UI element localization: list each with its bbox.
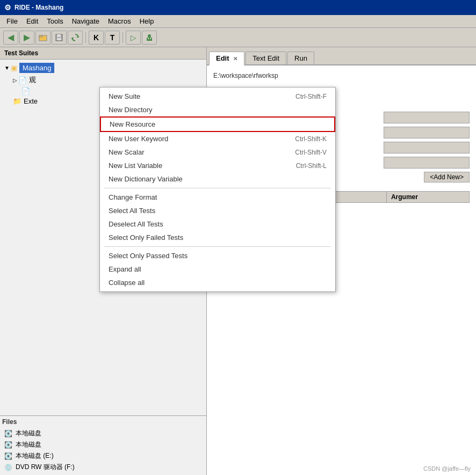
ctx-item-select-only-passed-tests[interactable]: Select Only Passed Tests [100, 249, 335, 262]
app-icon: ⚙ [4, 3, 11, 12]
svg-point-7 [148, 34, 151, 38]
file-item-2[interactable]: 💽 本地磁盘 (E:) [2, 450, 204, 462]
ctx-item-shortcut: Ctrl-Shift-V [295, 149, 327, 156]
svg-point-9 [148, 38, 149, 39]
grid-row-1 [384, 127, 470, 138]
ctx-item-change-format[interactable]: Change Format [100, 191, 335, 204]
tree-label-exte: Exte [24, 97, 38, 105]
file-item-1[interactable]: 💽 本地磁盘 [2, 439, 204, 450]
tree-item-root[interactable]: ▼ ▣ Mashang [2, 62, 204, 74]
add-new-btn[interactable]: <Add New> [424, 172, 470, 182]
menu-tools[interactable]: Tools [42, 16, 67, 26]
ctx-item-label: Collapse all [109, 279, 145, 287]
svg-rect-8 [147, 38, 152, 41]
file-label-2: 本地磁盘 (E:) [16, 451, 54, 461]
ctx-item-label: Expand all [109, 265, 141, 273]
doc-icon-2: 📄 [21, 87, 30, 95]
ctx-item-new-suite[interactable]: New SuiteCtrl-Shift-F [100, 90, 335, 103]
tab-text-edit[interactable]: Text Edit [246, 52, 286, 64]
ctx-item-new-resource[interactable]: New Resource [100, 116, 335, 132]
ctx-separator-11 [104, 246, 331, 247]
tab-edit-close[interactable]: ✕ [233, 56, 237, 62]
add-new-row: <Add New> [424, 172, 470, 182]
tab-text-edit-label: Text Edit [253, 54, 279, 62]
toolbar: ◀ ▶ K T ▷ [0, 28, 476, 47]
grid-input-0[interactable] [384, 112, 470, 123]
ctx-item-label: New User Keyword [109, 135, 168, 143]
drive-icon-0: 💽 [4, 430, 12, 437]
test-suites-header: Test Suites [0, 47, 206, 60]
robot-btn[interactable] [142, 31, 157, 45]
toolbar-sep-2 [122, 32, 123, 43]
ctx-item-collapse-all[interactable]: Collapse all [100, 276, 335, 289]
ctx-item-label: New List Variable [109, 162, 162, 170]
toolbar-sep-1 [85, 32, 86, 43]
menu-macros[interactable]: Macros [104, 16, 135, 26]
ctx-item-new-list-variable[interactable]: New List VariableCtrl-Shift-L [100, 159, 335, 172]
menu-navigate[interactable]: Navigate [68, 16, 104, 26]
ctx-item-new-scalar[interactable]: New ScalarCtrl-Shift-V [100, 145, 335, 159]
ctx-item-label: Select All Tests [109, 207, 155, 215]
grid-input-3[interactable] [384, 157, 470, 169]
ctx-separator-7 [104, 188, 331, 188]
ctx-item-label: New Dictionary Variable [109, 175, 183, 183]
grid-input-2[interactable] [384, 142, 470, 154]
ctx-item-deselect-all-tests[interactable]: Deselect All Tests [100, 217, 335, 231]
file-item-0[interactable]: 💽 本地磁盘 [2, 428, 204, 439]
expand-icon-1a: ▷ [13, 77, 17, 83]
ctx-item-expand-all[interactable]: Expand all [100, 262, 335, 276]
drive-icon-2: 💽 [4, 452, 12, 460]
svg-point-10 [150, 38, 151, 39]
svg-rect-1 [39, 35, 42, 37]
tabs-bar: Edit ✕ Text Edit Run [207, 47, 476, 65]
ctx-item-shortcut: Ctrl-Shift-L [296, 162, 327, 170]
col-argument: Argumer [386, 192, 469, 203]
open-btn[interactable] [35, 31, 51, 45]
k-btn[interactable]: K [89, 31, 104, 45]
folder-icon-1a: 📄 [18, 76, 27, 84]
save-btn[interactable] [52, 31, 67, 45]
back-btn[interactable]: ◀ [3, 31, 18, 45]
refresh-btn[interactable] [68, 31, 83, 45]
ctx-item-label: Change Format [109, 193, 157, 201]
ctx-item-new-dictionary-variable[interactable]: New Dictionary Variable [100, 172, 335, 186]
path-bar: E:\workspace\rfworksp [213, 72, 470, 79]
ctx-item-shortcut: Ctrl-Shift-K [295, 135, 327, 143]
tree-label-1a: 观 [29, 75, 36, 85]
ctx-item-select-all-tests[interactable]: Select All Tests [100, 204, 335, 217]
t-btn[interactable]: T [105, 31, 120, 45]
path-label: E:\workspace\rfworksp [213, 72, 278, 79]
ctx-item-label: New Suite [109, 92, 140, 100]
folder-icon-exte: 📁 [13, 97, 21, 105]
file-label-3: DVD RW 驱动器 (F:) [16, 463, 75, 472]
folder-icon-root: ▣ [11, 64, 17, 72]
svg-rect-4 [57, 38, 61, 40]
menu-file[interactable]: File [2, 16, 22, 26]
tree-label-mashang[interactable]: Mashang [19, 63, 54, 73]
tree-item-level1a[interactable]: ▷ 📄 观 [11, 74, 204, 86]
forward-btn[interactable]: ▶ [19, 31, 34, 45]
tab-run[interactable]: Run [287, 52, 314, 64]
ctx-item-label: Select Only Passed Tests [109, 252, 187, 260]
tab-edit[interactable]: Edit ✕ [209, 52, 244, 65]
file-label-1: 本地磁盘 [16, 440, 41, 449]
menu-help[interactable]: Help [135, 16, 158, 26]
menu-bar: File Edit Tools Navigate Macros Help [0, 15, 476, 28]
ctx-item-label: Deselect All Tests [109, 220, 163, 228]
app-title: RIDE - Mashang [15, 4, 63, 11]
ctx-item-new-user-keyword[interactable]: New User KeywordCtrl-Shift-K [100, 132, 335, 145]
tab-edit-label: Edit [216, 54, 229, 62]
grid-input-1[interactable] [384, 127, 470, 138]
ctx-item-new-directory[interactable]: New Directory [100, 103, 335, 116]
files-header: Files [2, 418, 204, 426]
dvd-icon-3: 💿 [4, 464, 12, 471]
ctx-item-select-only-failed-tests[interactable]: Select Only Failed Tests [100, 231, 335, 244]
drive-icon-1: 💽 [4, 441, 12, 449]
tab-run-label: Run [294, 54, 307, 62]
files-area: Files 💽 本地磁盘 💽 本地磁盘 💽 本地磁盘 (E:) 💿 DVD RW… [0, 415, 206, 475]
grid-row-2 [384, 142, 470, 154]
play-btn[interactable]: ▷ [126, 31, 141, 45]
grid-row-3 [384, 157, 470, 169]
menu-edit[interactable]: Edit [22, 16, 42, 26]
file-item-3[interactable]: 💿 DVD RW 驱动器 (F:) [2, 462, 204, 473]
